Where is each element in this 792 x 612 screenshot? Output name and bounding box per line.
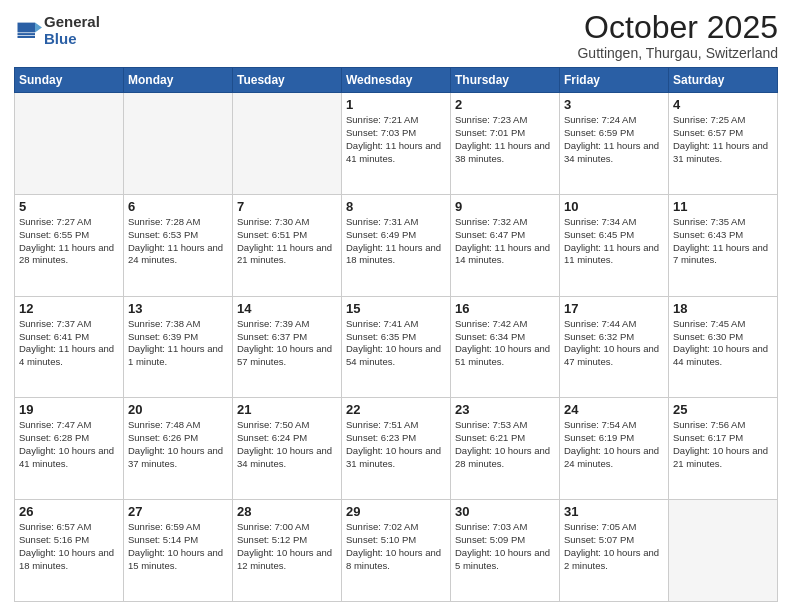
day-number: 9 [455,199,555,214]
day-number: 8 [346,199,446,214]
table-row: 26Sunrise: 6:57 AM Sunset: 5:16 PM Dayli… [15,500,124,602]
day-number: 2 [455,97,555,112]
day-number: 11 [673,199,773,214]
day-info: Sunrise: 7:00 AM Sunset: 5:12 PM Dayligh… [237,521,337,572]
day-number: 3 [564,97,664,112]
day-info: Sunrise: 7:38 AM Sunset: 6:39 PM Dayligh… [128,318,228,369]
table-row: 28Sunrise: 7:00 AM Sunset: 5:12 PM Dayli… [233,500,342,602]
col-sunday: Sunday [15,68,124,93]
table-row: 31Sunrise: 7:05 AM Sunset: 5:07 PM Dayli… [560,500,669,602]
location: Guttingen, Thurgau, Switzerland [577,45,778,61]
day-number: 7 [237,199,337,214]
col-saturday: Saturday [669,68,778,93]
day-info: Sunrise: 7:25 AM Sunset: 6:57 PM Dayligh… [673,114,773,165]
logo: General Blue [14,14,100,47]
day-info: Sunrise: 7:47 AM Sunset: 6:28 PM Dayligh… [19,419,119,470]
table-row: 23Sunrise: 7:53 AM Sunset: 6:21 PM Dayli… [451,398,560,500]
day-info: Sunrise: 7:50 AM Sunset: 6:24 PM Dayligh… [237,419,337,470]
calendar-week-row: 12Sunrise: 7:37 AM Sunset: 6:41 PM Dayli… [15,296,778,398]
day-info: Sunrise: 6:59 AM Sunset: 5:14 PM Dayligh… [128,521,228,572]
day-info: Sunrise: 7:41 AM Sunset: 6:35 PM Dayligh… [346,318,446,369]
day-info: Sunrise: 7:48 AM Sunset: 6:26 PM Dayligh… [128,419,228,470]
table-row [233,93,342,195]
calendar-week-row: 5Sunrise: 7:27 AM Sunset: 6:55 PM Daylig… [15,194,778,296]
day-number: 26 [19,504,119,519]
day-number: 21 [237,402,337,417]
day-number: 29 [346,504,446,519]
svg-rect-4 [18,35,36,37]
table-row: 20Sunrise: 7:48 AM Sunset: 6:26 PM Dayli… [124,398,233,500]
table-row: 16Sunrise: 7:42 AM Sunset: 6:34 PM Dayli… [451,296,560,398]
day-number: 19 [19,402,119,417]
table-row [124,93,233,195]
table-row [669,500,778,602]
day-number: 18 [673,301,773,316]
table-row: 9Sunrise: 7:32 AM Sunset: 6:47 PM Daylig… [451,194,560,296]
day-info: Sunrise: 7:23 AM Sunset: 7:01 PM Dayligh… [455,114,555,165]
day-number: 22 [346,402,446,417]
title-block: October 2025 Guttingen, Thurgau, Switzer… [577,10,778,61]
logo-text: General Blue [44,14,100,47]
day-number: 20 [128,402,228,417]
calendar-table: Sunday Monday Tuesday Wednesday Thursday… [14,67,778,602]
col-tuesday: Tuesday [233,68,342,93]
day-number: 15 [346,301,446,316]
col-monday: Monday [124,68,233,93]
calendar-week-row: 19Sunrise: 7:47 AM Sunset: 6:28 PM Dayli… [15,398,778,500]
table-row: 17Sunrise: 7:44 AM Sunset: 6:32 PM Dayli… [560,296,669,398]
table-row: 10Sunrise: 7:34 AM Sunset: 6:45 PM Dayli… [560,194,669,296]
logo-general-text: General [44,14,100,31]
table-row: 15Sunrise: 7:41 AM Sunset: 6:35 PM Dayli… [342,296,451,398]
day-info: Sunrise: 7:24 AM Sunset: 6:59 PM Dayligh… [564,114,664,165]
col-wednesday: Wednesday [342,68,451,93]
calendar-body: 1Sunrise: 7:21 AM Sunset: 7:03 PM Daylig… [15,93,778,602]
day-info: Sunrise: 7:32 AM Sunset: 6:47 PM Dayligh… [455,216,555,267]
day-number: 5 [19,199,119,214]
day-number: 27 [128,504,228,519]
table-row: 14Sunrise: 7:39 AM Sunset: 6:37 PM Dayli… [233,296,342,398]
table-row: 11Sunrise: 7:35 AM Sunset: 6:43 PM Dayli… [669,194,778,296]
day-info: Sunrise: 7:44 AM Sunset: 6:32 PM Dayligh… [564,318,664,369]
day-info: Sunrise: 7:54 AM Sunset: 6:19 PM Dayligh… [564,419,664,470]
day-info: Sunrise: 6:57 AM Sunset: 5:16 PM Dayligh… [19,521,119,572]
table-row: 2Sunrise: 7:23 AM Sunset: 7:01 PM Daylig… [451,93,560,195]
day-number: 24 [564,402,664,417]
table-row [15,93,124,195]
table-row: 18Sunrise: 7:45 AM Sunset: 6:30 PM Dayli… [669,296,778,398]
day-number: 31 [564,504,664,519]
day-number: 1 [346,97,446,112]
table-row: 13Sunrise: 7:38 AM Sunset: 6:39 PM Dayli… [124,296,233,398]
day-number: 16 [455,301,555,316]
day-info: Sunrise: 7:37 AM Sunset: 6:41 PM Dayligh… [19,318,119,369]
calendar-week-row: 1Sunrise: 7:21 AM Sunset: 7:03 PM Daylig… [15,93,778,195]
table-row: 19Sunrise: 7:47 AM Sunset: 6:28 PM Dayli… [15,398,124,500]
day-number: 28 [237,504,337,519]
table-row: 4Sunrise: 7:25 AM Sunset: 6:57 PM Daylig… [669,93,778,195]
table-row: 6Sunrise: 7:28 AM Sunset: 6:53 PM Daylig… [124,194,233,296]
day-number: 4 [673,97,773,112]
table-row: 12Sunrise: 7:37 AM Sunset: 6:41 PM Dayli… [15,296,124,398]
table-row: 27Sunrise: 6:59 AM Sunset: 5:14 PM Dayli… [124,500,233,602]
day-info: Sunrise: 7:34 AM Sunset: 6:45 PM Dayligh… [564,216,664,267]
day-info: Sunrise: 7:30 AM Sunset: 6:51 PM Dayligh… [237,216,337,267]
day-info: Sunrise: 7:35 AM Sunset: 6:43 PM Dayligh… [673,216,773,267]
day-info: Sunrise: 7:21 AM Sunset: 7:03 PM Dayligh… [346,114,446,165]
day-info: Sunrise: 7:05 AM Sunset: 5:07 PM Dayligh… [564,521,664,572]
svg-rect-3 [18,33,36,35]
table-row: 30Sunrise: 7:03 AM Sunset: 5:09 PM Dayli… [451,500,560,602]
day-number: 6 [128,199,228,214]
day-info: Sunrise: 7:31 AM Sunset: 6:49 PM Dayligh… [346,216,446,267]
day-info: Sunrise: 7:53 AM Sunset: 6:21 PM Dayligh… [455,419,555,470]
svg-marker-1 [18,22,36,32]
day-number: 14 [237,301,337,316]
table-row: 24Sunrise: 7:54 AM Sunset: 6:19 PM Dayli… [560,398,669,500]
table-row: 7Sunrise: 7:30 AM Sunset: 6:51 PM Daylig… [233,194,342,296]
col-thursday: Thursday [451,68,560,93]
day-number: 25 [673,402,773,417]
logo-blue-text: Blue [44,31,100,48]
day-info: Sunrise: 7:02 AM Sunset: 5:10 PM Dayligh… [346,521,446,572]
table-row: 21Sunrise: 7:50 AM Sunset: 6:24 PM Dayli… [233,398,342,500]
day-number: 13 [128,301,228,316]
table-row: 3Sunrise: 7:24 AM Sunset: 6:59 PM Daylig… [560,93,669,195]
page: General Blue October 2025 Guttingen, Thu… [0,0,792,612]
